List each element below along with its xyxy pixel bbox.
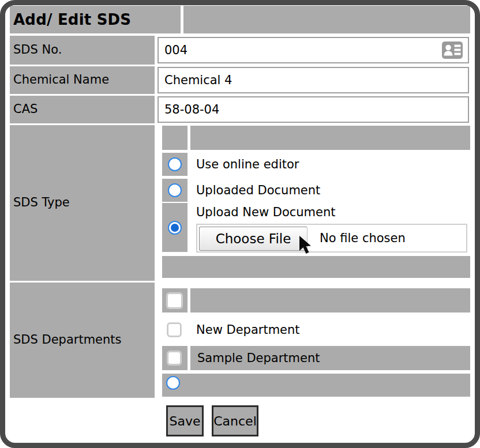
field-label-chemical-name: Chemical Name bbox=[10, 66, 155, 94]
header-spacer bbox=[183, 6, 470, 33]
new-department-label-text: New Department bbox=[196, 323, 300, 337]
radio-label-uploaded-document[interactable]: Uploaded Document bbox=[196, 179, 320, 202]
online-editor-label-text: Use online editor bbox=[196, 157, 299, 171]
save-button-label: Save bbox=[169, 414, 200, 428]
checkbox-label-new-department[interactable]: New Department bbox=[196, 317, 300, 342]
choose-file-button[interactable]: Choose File bbox=[199, 227, 308, 251]
sds-type-label-text: SDS Type bbox=[13, 195, 70, 210]
sds-type-header-cell bbox=[162, 126, 187, 150]
sds-no-label-text: SDS No. bbox=[13, 43, 62, 57]
cas-label-text: CAS bbox=[13, 102, 38, 116]
field-label-cas: CAS bbox=[10, 96, 155, 123]
departments-footer-radio[interactable] bbox=[166, 376, 180, 390]
save-button[interactable]: Save bbox=[166, 405, 204, 436]
mouse-cursor-icon bbox=[297, 235, 314, 257]
sds-no-input[interactable] bbox=[158, 37, 469, 63]
sds-type-footer-bar bbox=[162, 256, 470, 278]
contact-card-icon[interactable] bbox=[442, 42, 463, 59]
chemical-name-label-text: Chemical Name bbox=[13, 73, 109, 87]
sds-type-header-bar bbox=[190, 126, 470, 150]
section-label-sds-departments: SDS Departments bbox=[10, 283, 155, 398]
radio-uploaded-document[interactable] bbox=[168, 183, 182, 197]
section-label-sds-type: SDS Type bbox=[10, 125, 155, 281]
radio-upload-new-document[interactable] bbox=[168, 221, 182, 235]
cas-input[interactable] bbox=[158, 96, 469, 123]
field-label-sds-no: SDS No. bbox=[10, 36, 155, 65]
no-file-chosen-text: No file chosen bbox=[320, 231, 406, 245]
departments-header-bar bbox=[190, 288, 470, 313]
checkbox-new-department[interactable] bbox=[167, 323, 181, 337]
departments-footer-bar bbox=[162, 374, 470, 397]
radio-use-online-editor[interactable] bbox=[168, 157, 182, 171]
dialog-title-text: Add/ Edit SDS bbox=[13, 11, 131, 28]
checkbox-label-sample-department[interactable]: Sample Department bbox=[190, 346, 470, 370]
file-input[interactable]: Choose File No file chosen bbox=[196, 224, 467, 253]
cancel-button[interactable]: Cancel bbox=[212, 405, 258, 436]
cancel-button-label: Cancel bbox=[213, 414, 257, 428]
radio-label-online-editor[interactable]: Use online editor bbox=[196, 153, 299, 176]
file-status-text: No file chosen bbox=[320, 225, 406, 251]
upload-new-label-text: Upload New Document bbox=[196, 205, 336, 219]
radio-label-upload-new[interactable]: Upload New Document bbox=[196, 203, 336, 221]
sds-departments-label-text: SDS Departments bbox=[13, 333, 122, 347]
chemical-name-input[interactable] bbox=[158, 67, 469, 93]
sample-department-label-text: Sample Department bbox=[197, 351, 320, 365]
checkbox-sample-department[interactable] bbox=[167, 351, 181, 365]
uploaded-document-label-text: Uploaded Document bbox=[196, 183, 320, 197]
checkbox-select-all-departments[interactable] bbox=[167, 293, 182, 308]
choose-file-label-text: Choose File bbox=[216, 231, 291, 246]
dialog-title: Add/ Edit SDS bbox=[10, 6, 181, 33]
